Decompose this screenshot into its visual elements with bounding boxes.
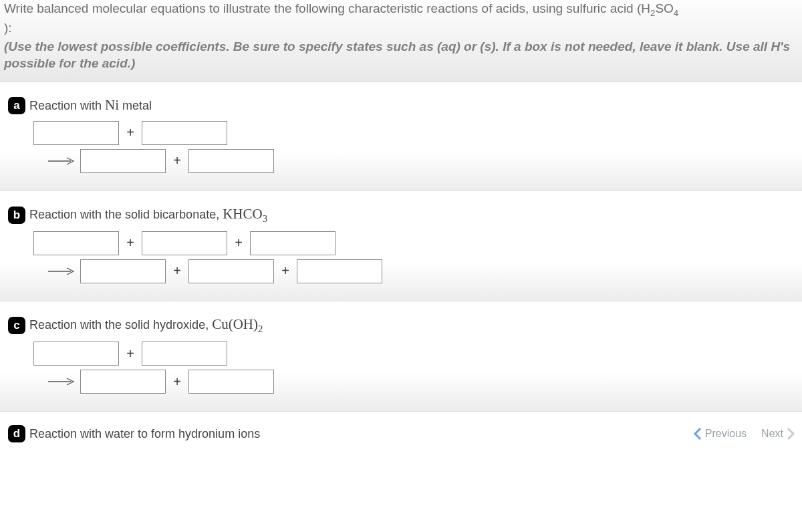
part-b-reactant-3[interactable] bbox=[250, 231, 336, 255]
reaction-arrow-icon bbox=[47, 377, 76, 386]
part-a-products-row: + bbox=[47, 149, 797, 173]
prompt-text-1: Write balanced molecular equations to il… bbox=[4, 1, 650, 15]
part-b-header: b Reaction with the solid bicarbonate, K… bbox=[8, 206, 797, 225]
part-c-title-prefix: Reaction with the solid hydroxide, bbox=[29, 318, 212, 331]
nav-group: Previous Next bbox=[693, 427, 795, 440]
part-b-products-row: + + bbox=[47, 259, 797, 283]
part-a-title-suffix: metal bbox=[119, 99, 152, 112]
part-a-title-prefix: Reaction with bbox=[29, 99, 105, 112]
chevron-right-icon bbox=[786, 427, 795, 440]
part-b-formula-sub: 3 bbox=[263, 213, 267, 224]
next-label: Next bbox=[761, 428, 783, 440]
part-d-badge: d bbox=[8, 425, 25, 442]
question-header: Write balanced molecular equations to il… bbox=[0, 0, 802, 82]
plus-sign: + bbox=[119, 125, 142, 140]
part-c-header: c Reaction with the solid hydroxide, Cu(… bbox=[8, 316, 797, 335]
part-b-reactant-1[interactable] bbox=[33, 231, 119, 255]
part-c-title: Reaction with the solid hydroxide, Cu(OH… bbox=[29, 316, 263, 335]
part-b-product-1[interactable] bbox=[80, 259, 166, 283]
part-c-formula-text: Cu(OH) bbox=[212, 316, 258, 332]
question-prompt: Write balanced molecular equations to il… bbox=[4, 0, 798, 36]
part-c-reactant-1[interactable] bbox=[33, 342, 119, 366]
part-b-title-prefix: Reaction with the solid bicarbonate, bbox=[29, 208, 223, 221]
part-a-product-1[interactable] bbox=[80, 149, 166, 173]
part-c-badge: c bbox=[8, 317, 25, 334]
plus-sign: + bbox=[166, 263, 188, 279]
previous-label: Previous bbox=[705, 428, 747, 440]
part-b-reactants-row: + + bbox=[33, 231, 797, 255]
part-b-title: Reaction with the solid bicarbonate, KHC… bbox=[29, 206, 267, 225]
footer-row: d Reaction with water to form hydronium … bbox=[0, 417, 802, 444]
plus-sign: + bbox=[119, 235, 142, 251]
prompt-sub-2: 4 bbox=[674, 8, 678, 18]
part-c-reactant-2[interactable] bbox=[142, 342, 227, 366]
prompt-text-mid: SO bbox=[655, 1, 673, 15]
part-b-formula-text: KHCO bbox=[223, 206, 263, 222]
part-b-formula: KHCO3 bbox=[223, 206, 267, 222]
part-c-reactants-row: + bbox=[33, 342, 797, 366]
part-d-title: Reaction with water to form hydronium io… bbox=[29, 427, 260, 441]
part-a-reactant-2[interactable] bbox=[142, 121, 227, 145]
part-c-formula-sub: 2 bbox=[258, 323, 263, 334]
part-b-reactant-2[interactable] bbox=[142, 231, 227, 255]
part-a-reactants-row: + bbox=[33, 121, 797, 145]
part-c-product-1[interactable] bbox=[80, 370, 166, 394]
instruction-text: (Use the lowest possible coefficients. B… bbox=[4, 39, 798, 72]
part-a-header: a Reaction with Ni metal bbox=[8, 97, 797, 114]
part-b-product-3[interactable] bbox=[297, 259, 382, 283]
part-a-formula: Ni bbox=[105, 97, 119, 113]
plus-sign: + bbox=[119, 346, 142, 362]
part-a-title: Reaction with Ni metal bbox=[29, 97, 152, 114]
reaction-arrow-icon bbox=[47, 156, 76, 166]
part-b-badge: b bbox=[8, 207, 25, 224]
part-a-badge: a bbox=[8, 97, 25, 114]
plus-sign: + bbox=[166, 153, 188, 168]
reaction-arrow-icon bbox=[47, 267, 76, 276]
previous-button[interactable]: Previous bbox=[693, 427, 747, 440]
part-b-product-2[interactable] bbox=[188, 259, 274, 283]
part-a: a Reaction with Ni metal + + bbox=[0, 94, 802, 191]
part-b: b Reaction with the solid bicarbonate, K… bbox=[0, 203, 802, 301]
part-a-product-2[interactable] bbox=[188, 149, 274, 173]
plus-sign: + bbox=[227, 235, 250, 251]
next-button[interactable]: Next bbox=[761, 427, 795, 440]
plus-sign: + bbox=[166, 374, 188, 390]
part-a-reactant-1[interactable] bbox=[33, 121, 119, 145]
part-c-products-row: + bbox=[47, 370, 797, 394]
chevron-left-icon bbox=[693, 427, 702, 440]
prompt-text-end: ): bbox=[4, 21, 12, 35]
part-c: c Reaction with the solid hydroxide, Cu(… bbox=[0, 313, 802, 412]
part-d-header: d Reaction with water to form hydronium … bbox=[8, 425, 260, 442]
part-c-formula: Cu(OH)2 bbox=[212, 316, 263, 332]
plus-sign: + bbox=[274, 263, 297, 279]
part-c-product-2[interactable] bbox=[188, 370, 274, 394]
